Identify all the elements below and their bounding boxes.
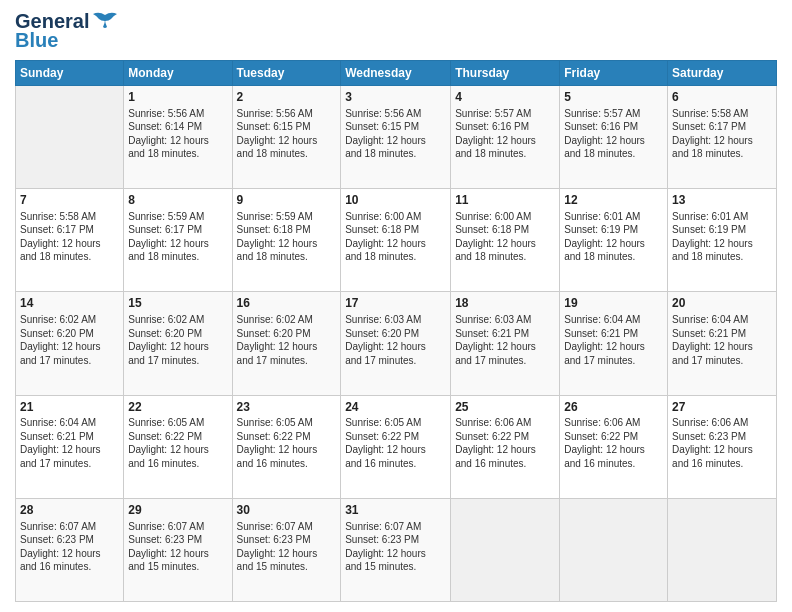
day-info: Sunrise: 6:05 AM Sunset: 6:22 PM Dayligh…: [128, 416, 227, 470]
table-row: 23Sunrise: 6:05 AM Sunset: 6:22 PM Dayli…: [232, 395, 341, 498]
day-info: Sunrise: 5:57 AM Sunset: 6:16 PM Dayligh…: [564, 107, 663, 161]
day-info: Sunrise: 6:07 AM Sunset: 6:23 PM Dayligh…: [20, 520, 119, 574]
day-info: Sunrise: 6:01 AM Sunset: 6:19 PM Dayligh…: [564, 210, 663, 264]
day-number: 21: [20, 399, 119, 416]
day-number: 10: [345, 192, 446, 209]
day-number: 1: [128, 89, 227, 106]
table-row: 17Sunrise: 6:03 AM Sunset: 6:20 PM Dayli…: [341, 292, 451, 395]
day-info: Sunrise: 6:06 AM Sunset: 6:22 PM Dayligh…: [455, 416, 555, 470]
day-number: 5: [564, 89, 663, 106]
calendar-header-row: Sunday Monday Tuesday Wednesday Thursday…: [16, 61, 777, 86]
day-info: Sunrise: 6:03 AM Sunset: 6:21 PM Dayligh…: [455, 313, 555, 367]
table-row: 19Sunrise: 6:04 AM Sunset: 6:21 PM Dayli…: [560, 292, 668, 395]
table-row: 9Sunrise: 5:59 AM Sunset: 6:18 PM Daylig…: [232, 189, 341, 292]
day-info: Sunrise: 5:59 AM Sunset: 6:17 PM Dayligh…: [128, 210, 227, 264]
day-info: Sunrise: 6:07 AM Sunset: 6:23 PM Dayligh…: [128, 520, 227, 574]
day-info: Sunrise: 6:04 AM Sunset: 6:21 PM Dayligh…: [20, 416, 119, 470]
day-info: Sunrise: 6:05 AM Sunset: 6:22 PM Dayligh…: [237, 416, 337, 470]
day-info: Sunrise: 6:06 AM Sunset: 6:23 PM Dayligh…: [672, 416, 772, 470]
day-info: Sunrise: 6:02 AM Sunset: 6:20 PM Dayligh…: [128, 313, 227, 367]
calendar-week-row: 14Sunrise: 6:02 AM Sunset: 6:20 PM Dayli…: [16, 292, 777, 395]
col-thursday: Thursday: [451, 61, 560, 86]
day-number: 29: [128, 502, 227, 519]
table-row: 25Sunrise: 6:06 AM Sunset: 6:22 PM Dayli…: [451, 395, 560, 498]
table-row: 15Sunrise: 6:02 AM Sunset: 6:20 PM Dayli…: [124, 292, 232, 395]
day-number: 16: [237, 295, 337, 312]
day-number: 13: [672, 192, 772, 209]
table-row: 7Sunrise: 5:58 AM Sunset: 6:17 PM Daylig…: [16, 189, 124, 292]
calendar-week-row: 21Sunrise: 6:04 AM Sunset: 6:21 PM Dayli…: [16, 395, 777, 498]
day-number: 19: [564, 295, 663, 312]
day-number: 6: [672, 89, 772, 106]
calendar-week-row: 28Sunrise: 6:07 AM Sunset: 6:23 PM Dayli…: [16, 498, 777, 601]
col-monday: Monday: [124, 61, 232, 86]
day-number: 20: [672, 295, 772, 312]
day-info: Sunrise: 5:56 AM Sunset: 6:14 PM Dayligh…: [128, 107, 227, 161]
table-row: [16, 86, 124, 189]
day-number: 26: [564, 399, 663, 416]
table-row: 21Sunrise: 6:04 AM Sunset: 6:21 PM Dayli…: [16, 395, 124, 498]
calendar-week-row: 1Sunrise: 5:56 AM Sunset: 6:14 PM Daylig…: [16, 86, 777, 189]
header: General Blue: [15, 10, 777, 52]
table-row: 2Sunrise: 5:56 AM Sunset: 6:15 PM Daylig…: [232, 86, 341, 189]
day-info: Sunrise: 5:56 AM Sunset: 6:15 PM Dayligh…: [237, 107, 337, 161]
table-row: [560, 498, 668, 601]
table-row: 22Sunrise: 6:05 AM Sunset: 6:22 PM Dayli…: [124, 395, 232, 498]
day-info: Sunrise: 6:06 AM Sunset: 6:22 PM Dayligh…: [564, 416, 663, 470]
table-row: [451, 498, 560, 601]
day-info: Sunrise: 6:00 AM Sunset: 6:18 PM Dayligh…: [345, 210, 446, 264]
table-row: 16Sunrise: 6:02 AM Sunset: 6:20 PM Dayli…: [232, 292, 341, 395]
day-info: Sunrise: 6:02 AM Sunset: 6:20 PM Dayligh…: [20, 313, 119, 367]
col-friday: Friday: [560, 61, 668, 86]
day-info: Sunrise: 5:58 AM Sunset: 6:17 PM Dayligh…: [20, 210, 119, 264]
day-info: Sunrise: 6:04 AM Sunset: 6:21 PM Dayligh…: [672, 313, 772, 367]
calendar-table: Sunday Monday Tuesday Wednesday Thursday…: [15, 60, 777, 602]
day-number: 18: [455, 295, 555, 312]
col-saturday: Saturday: [668, 61, 777, 86]
day-number: 8: [128, 192, 227, 209]
logo-bird-icon: [91, 11, 119, 33]
calendar-week-row: 7Sunrise: 5:58 AM Sunset: 6:17 PM Daylig…: [16, 189, 777, 292]
day-number: 31: [345, 502, 446, 519]
day-info: Sunrise: 6:00 AM Sunset: 6:18 PM Dayligh…: [455, 210, 555, 264]
table-row: 4Sunrise: 5:57 AM Sunset: 6:16 PM Daylig…: [451, 86, 560, 189]
day-info: Sunrise: 6:02 AM Sunset: 6:20 PM Dayligh…: [237, 313, 337, 367]
logo: General Blue: [15, 10, 119, 52]
day-info: Sunrise: 5:59 AM Sunset: 6:18 PM Dayligh…: [237, 210, 337, 264]
col-tuesday: Tuesday: [232, 61, 341, 86]
day-number: 15: [128, 295, 227, 312]
day-number: 27: [672, 399, 772, 416]
day-info: Sunrise: 6:01 AM Sunset: 6:19 PM Dayligh…: [672, 210, 772, 264]
table-row: 26Sunrise: 6:06 AM Sunset: 6:22 PM Dayli…: [560, 395, 668, 498]
day-number: 17: [345, 295, 446, 312]
table-row: 8Sunrise: 5:59 AM Sunset: 6:17 PM Daylig…: [124, 189, 232, 292]
table-row: 27Sunrise: 6:06 AM Sunset: 6:23 PM Dayli…: [668, 395, 777, 498]
day-number: 25: [455, 399, 555, 416]
day-number: 2: [237, 89, 337, 106]
day-number: 28: [20, 502, 119, 519]
day-info: Sunrise: 6:07 AM Sunset: 6:23 PM Dayligh…: [345, 520, 446, 574]
table-row: 14Sunrise: 6:02 AM Sunset: 6:20 PM Dayli…: [16, 292, 124, 395]
day-info: Sunrise: 6:04 AM Sunset: 6:21 PM Dayligh…: [564, 313, 663, 367]
table-row: 10Sunrise: 6:00 AM Sunset: 6:18 PM Dayli…: [341, 189, 451, 292]
day-number: 7: [20, 192, 119, 209]
table-row: 11Sunrise: 6:00 AM Sunset: 6:18 PM Dayli…: [451, 189, 560, 292]
table-row: 29Sunrise: 6:07 AM Sunset: 6:23 PM Dayli…: [124, 498, 232, 601]
day-info: Sunrise: 5:56 AM Sunset: 6:15 PM Dayligh…: [345, 107, 446, 161]
day-number: 4: [455, 89, 555, 106]
day-number: 12: [564, 192, 663, 209]
day-info: Sunrise: 5:57 AM Sunset: 6:16 PM Dayligh…: [455, 107, 555, 161]
day-info: Sunrise: 6:07 AM Sunset: 6:23 PM Dayligh…: [237, 520, 337, 574]
table-row: 3Sunrise: 5:56 AM Sunset: 6:15 PM Daylig…: [341, 86, 451, 189]
page: General Blue Sunday Monday Tuesday: [0, 0, 792, 612]
table-row: 5Sunrise: 5:57 AM Sunset: 6:16 PM Daylig…: [560, 86, 668, 189]
day-number: 14: [20, 295, 119, 312]
table-row: 30Sunrise: 6:07 AM Sunset: 6:23 PM Dayli…: [232, 498, 341, 601]
table-row: 1Sunrise: 5:56 AM Sunset: 6:14 PM Daylig…: [124, 86, 232, 189]
day-info: Sunrise: 5:58 AM Sunset: 6:17 PM Dayligh…: [672, 107, 772, 161]
table-row: 24Sunrise: 6:05 AM Sunset: 6:22 PM Dayli…: [341, 395, 451, 498]
table-row: [668, 498, 777, 601]
table-row: 18Sunrise: 6:03 AM Sunset: 6:21 PM Dayli…: [451, 292, 560, 395]
day-number: 24: [345, 399, 446, 416]
col-wednesday: Wednesday: [341, 61, 451, 86]
